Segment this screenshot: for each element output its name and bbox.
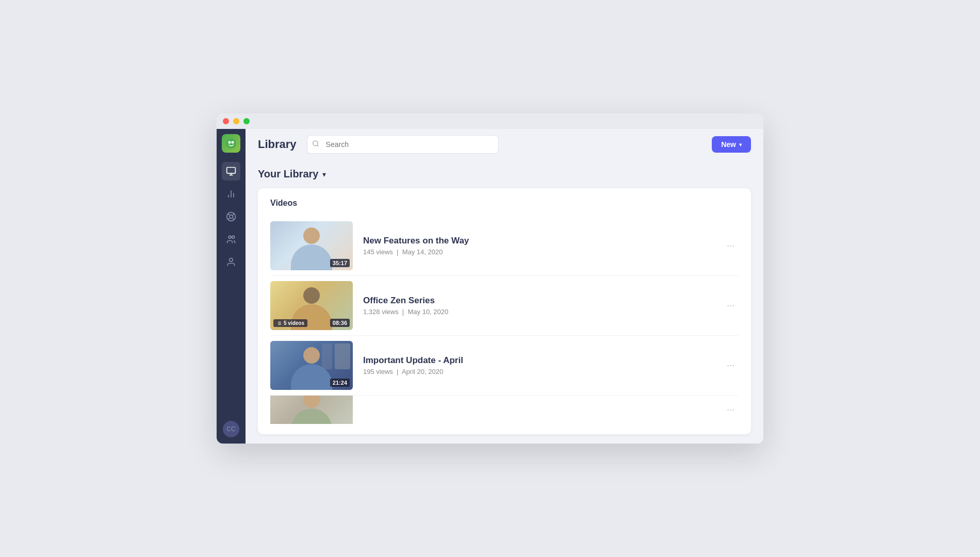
search-bar bbox=[307, 135, 499, 154]
svg-line-13 bbox=[228, 218, 230, 220]
svg-point-1 bbox=[228, 141, 231, 144]
video-info: New Features on the Way 145 views | May … bbox=[363, 236, 712, 256]
main-content: Library New ▾ bbox=[246, 129, 763, 444]
video-info bbox=[363, 409, 712, 411]
svg-rect-3 bbox=[227, 168, 236, 174]
monitor-icon bbox=[226, 166, 236, 176]
window-body: CC Library bbox=[217, 129, 763, 444]
sidebar-item-user[interactable] bbox=[222, 253, 240, 271]
search-icon bbox=[312, 140, 319, 149]
app-window: CC Library bbox=[217, 113, 763, 444]
team-icon bbox=[226, 234, 236, 244]
library-title: Your Library bbox=[258, 168, 318, 180]
video-more-button[interactable]: ··· bbox=[723, 298, 739, 313]
video-thumbnail[interactable]: 35:17 bbox=[270, 221, 353, 270]
sidebar-item-support[interactable] bbox=[222, 207, 240, 226]
video-meta: 1,328 views | May 10, 2020 bbox=[363, 308, 712, 316]
svg-point-17 bbox=[230, 258, 233, 262]
sidebar-bottom: CC bbox=[223, 421, 239, 437]
svg-point-0 bbox=[226, 138, 236, 149]
new-button[interactable]: New ▾ bbox=[712, 136, 751, 153]
chevron-down-icon: ▾ bbox=[739, 142, 742, 148]
logo-icon bbox=[225, 138, 237, 149]
video-info: Important Update - April 195 views | Apr… bbox=[363, 355, 712, 375]
svg-point-18 bbox=[313, 141, 317, 145]
video-meta: 145 views | May 14, 2020 bbox=[363, 248, 712, 256]
svg-point-16 bbox=[232, 236, 235, 238]
list-icon bbox=[276, 321, 282, 326]
person-icon bbox=[226, 257, 236, 267]
video-more-button[interactable]: ··· bbox=[723, 238, 739, 253]
svg-point-10 bbox=[230, 215, 233, 219]
video-badge: 5 videos bbox=[273, 319, 307, 327]
content-area: Your Library ▾ Videos bbox=[246, 160, 763, 444]
videos-section-title: Videos bbox=[270, 199, 739, 208]
title-bar bbox=[217, 113, 763, 129]
minimize-button[interactable] bbox=[233, 118, 239, 124]
video-item: 5 videos 08:36 Office Zen Series 1,328 v… bbox=[270, 276, 739, 336]
svg-line-14 bbox=[233, 218, 234, 220]
sidebar: CC bbox=[217, 129, 246, 444]
svg-line-11 bbox=[228, 214, 230, 215]
video-more-button[interactable]: ··· bbox=[723, 358, 739, 373]
video-item: 35:17 New Features on the Way 145 views … bbox=[270, 216, 739, 276]
video-thumbnail[interactable]: 21:24 bbox=[270, 341, 353, 390]
sidebar-item-monitor[interactable] bbox=[222, 162, 240, 181]
svg-point-15 bbox=[228, 236, 231, 238]
svg-point-2 bbox=[232, 141, 234, 144]
video-duration: 35:17 bbox=[330, 259, 350, 267]
video-title: Important Update - April bbox=[363, 355, 712, 366]
close-button[interactable] bbox=[223, 118, 229, 124]
library-dropdown-icon[interactable]: ▾ bbox=[322, 170, 326, 178]
video-duration: 08:36 bbox=[330, 319, 350, 327]
maximize-button[interactable] bbox=[243, 118, 250, 124]
video-thumbnail[interactable] bbox=[270, 396, 353, 424]
sidebar-item-team[interactable] bbox=[222, 230, 240, 249]
library-header: Your Library ▾ bbox=[258, 168, 751, 180]
video-thumbnail[interactable]: 5 videos 08:36 bbox=[270, 281, 353, 330]
sidebar-item-analytics[interactable] bbox=[222, 185, 240, 203]
logo[interactable] bbox=[222, 134, 240, 153]
search-input[interactable] bbox=[307, 135, 499, 154]
page-title: Library bbox=[258, 138, 297, 151]
video-title: New Features on the Way bbox=[363, 236, 712, 246]
svg-line-19 bbox=[317, 145, 318, 146]
video-meta: 195 views | April 20, 2020 bbox=[363, 368, 712, 375]
video-more-button[interactable]: ··· bbox=[723, 402, 739, 417]
header: Library New ▾ bbox=[246, 129, 763, 160]
user-avatar-bottom[interactable]: CC bbox=[223, 421, 239, 437]
video-title: Office Zen Series bbox=[363, 296, 712, 306]
svg-line-12 bbox=[233, 214, 234, 215]
videos-card: Videos 35:17 New Features on bbox=[258, 188, 751, 434]
support-icon bbox=[226, 211, 236, 222]
video-item: ··· bbox=[270, 396, 739, 424]
video-item: 21:24 Important Update - April 195 views… bbox=[270, 336, 739, 396]
video-duration: 21:24 bbox=[330, 379, 350, 387]
chart-icon bbox=[226, 189, 236, 199]
video-info: Office Zen Series 1,328 views | May 10, … bbox=[363, 296, 712, 316]
